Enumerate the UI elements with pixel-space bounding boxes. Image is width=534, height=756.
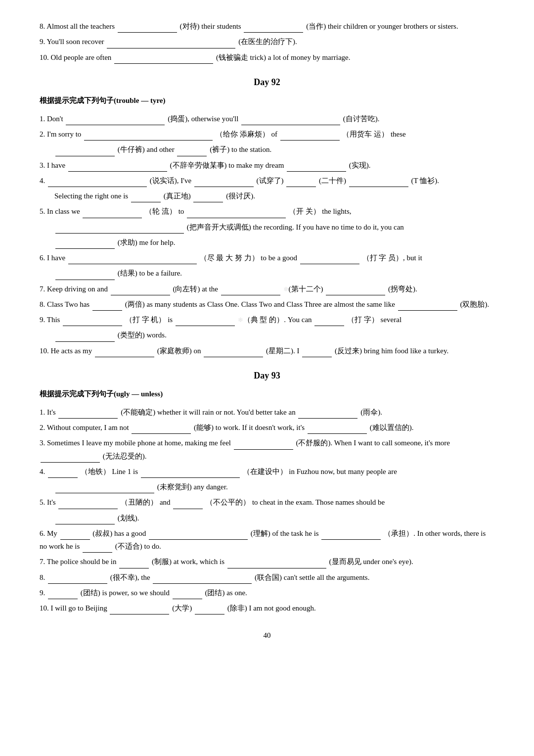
blank-92-8-2[interactable] (398, 302, 457, 311)
blank-92-7-3[interactable] (326, 286, 385, 295)
blank-92-10-2[interactable] (204, 348, 263, 357)
day92-ex9-indent: (类型的) words. (54, 329, 494, 341)
blank-92-5-3[interactable] (55, 225, 184, 234)
blank-93-4-3[interactable] (55, 484, 154, 493)
blank-93-5-3[interactable] (55, 516, 115, 524)
blank-92-9-2[interactable] (176, 317, 235, 326)
page-content: 8. Almost all the teachers (对待) their st… (40, 20, 494, 642)
day92-ex2-indent: (牛仔裤) and other (裤子) to the station. (54, 143, 494, 156)
day93-subtitle: 根据提示完成下列句子(ugly — unless) (40, 388, 494, 401)
blank-93-2-1[interactable] (132, 425, 191, 434)
intro-8-end: their children or younger brothers or si… (328, 22, 458, 30)
day92-ex1: 1. Don't (捣蛋), otherwise you'll (自讨苦吃). (40, 112, 494, 125)
day92-ex5-indent2: (求助) me for help. (54, 236, 494, 249)
blank-92-1-1[interactable] (66, 116, 165, 125)
blank-93-6-3[interactable] (321, 531, 381, 540)
blank-92-2-1[interactable] (84, 132, 213, 141)
day92-ex2: 2. I'm sorry to （给你 添麻烦） of （用货车 运） thes… (40, 128, 494, 141)
day93-ex5-indent: (划线). (54, 512, 494, 524)
blank-92-1-2[interactable] (241, 116, 340, 125)
blank-93-9-1[interactable] (48, 590, 78, 599)
day93-ex9: 9. (团结) is power, so we should (团结) as o… (40, 586, 494, 599)
blank-92-4-5[interactable] (131, 193, 161, 202)
blank-9-1[interactable] (107, 40, 235, 48)
blank-92-5-1[interactable] (83, 209, 142, 218)
blank-92-10-3[interactable] (302, 348, 332, 357)
blank-93-1-1[interactable] (58, 410, 118, 419)
blank-93-8-2[interactable] (153, 575, 252, 584)
blank-92-2-4[interactable] (177, 147, 207, 156)
blank-93-3-2[interactable] (41, 454, 100, 463)
day93-title: Day 93 (40, 368, 494, 383)
day93-ex7: 7. The police should be in (制服) at work,… (40, 555, 494, 568)
blank-92-5-2[interactable] (187, 209, 286, 218)
day92-ex7: 7. Keep driving on and (向左转) at the ❄(第十… (40, 283, 494, 295)
blank-93-6-1[interactable] (60, 531, 90, 540)
day93-ex2: 2. Without computer, I am not (能够) to wo… (40, 421, 494, 434)
blank-93-6-2[interactable] (149, 531, 248, 540)
intro-section: 8. Almost all the teachers (对待) their st… (40, 20, 494, 64)
blank-93-5-2[interactable] (173, 500, 203, 509)
blank-93-9-2[interactable] (173, 590, 202, 599)
day92-exercises: 1. Don't (捣蛋), otherwise you'll (自讨苦吃). … (40, 112, 494, 357)
blank-93-8-1[interactable] (48, 575, 107, 584)
blank-92-6-3[interactable] (55, 271, 115, 280)
day92-ex8: 8. Class Two has (两倍) as many students a… (40, 298, 494, 311)
blank-93-7-2[interactable] (227, 560, 326, 568)
blank-93-4-1[interactable] (48, 469, 78, 478)
blank-93-4-2[interactable] (141, 469, 240, 478)
day93-ex6: 6. My (叔叔) has a good (理解) of the task h… (40, 527, 494, 553)
day92-ex10: 10. He acts as my (家庭教师) on (星期二). I (反过… (40, 344, 494, 357)
blank-93-10-2[interactable] (195, 606, 224, 614)
day92-ex3: 3. I have (不辞辛劳做某事) to make my dream (实现… (40, 159, 494, 172)
blank-93-6-4[interactable] (83, 544, 112, 553)
blank-92-5-4[interactable] (55, 240, 115, 249)
blank-92-4-3[interactable] (286, 178, 316, 187)
blank-8-2[interactable] (244, 24, 303, 33)
blank-93-3-1[interactable] (234, 441, 293, 450)
intro-8-num: 8. Almost all the teachers (40, 22, 115, 30)
blank-10-1[interactable] (114, 55, 213, 64)
day93-ex4: 4. （地铁） Line 1 is （在建设中） in Fuzhou now, … (40, 465, 494, 478)
blank-92-4-6[interactable] (193, 193, 223, 202)
intro-8-hint1: (对待) (180, 22, 200, 30)
day93-ex4-indent: (未察觉到) any danger. (54, 480, 494, 493)
blank-92-7-1[interactable] (111, 286, 170, 295)
day93-ex1: 1. It's (不能确定) whether it will rain or n… (40, 406, 494, 419)
blank-92-9-1[interactable] (63, 317, 122, 326)
intro-line-10: 10. Old people are often (钱被骗走 trick) a … (40, 51, 494, 64)
day92-ex5: 5. In class we （轮 流） to （开 关） the lights… (40, 205, 494, 218)
blank-93-1-2[interactable] (298, 410, 357, 419)
blank-92-4-1[interactable] (48, 178, 147, 187)
page-number: 40 (40, 629, 494, 642)
blank-92-9-3[interactable] (314, 317, 344, 326)
blank-92-6-2[interactable] (300, 255, 359, 264)
blank-92-3-1[interactable] (68, 163, 167, 172)
intro-9-hint: (在医生的治疗下). (238, 38, 297, 46)
day92-ex6: 6. I have （尽 最 大 努 力） to be a good （打 字 … (40, 251, 494, 264)
blank-93-2-2[interactable] (308, 425, 367, 434)
blank-93-10-1[interactable] (110, 606, 169, 614)
blank-92-2-3[interactable] (55, 147, 115, 156)
day92-ex9: 9. This （打 字 机） is ❄（典 型 的）. You can （打 … (40, 313, 494, 326)
blank-92-3-2[interactable] (287, 163, 346, 172)
blank-92-4-4[interactable] (349, 178, 408, 187)
blank-92-2-2[interactable] (280, 132, 340, 141)
blank-92-8-1[interactable] (92, 302, 122, 311)
blank-92-6-1[interactable] (68, 255, 197, 264)
day93-ex3: 3. Sometimes I leave my mobile phone at … (40, 436, 494, 463)
blank-8-1[interactable] (118, 24, 177, 33)
blank-92-9-4[interactable] (55, 333, 115, 342)
blank-92-7-2[interactable] (221, 286, 280, 295)
blank-92-10-1[interactable] (95, 348, 154, 357)
day92-ex5-indent1: (把声音开大或调低) the recording. If you have no… (54, 221, 494, 234)
blank-93-5-1[interactable] (58, 500, 118, 509)
day92-subtitle: 根据提示完成下列句子(trouble — tyre) (40, 94, 494, 107)
intro-line-8: 8. Almost all the teachers (对待) their st… (40, 20, 494, 33)
day93-ex8: 8. (很不幸), the (联合国) can't settle all the… (40, 571, 494, 584)
day92-ex4: 4. (说实话), I've (试穿了) (二十件) (T 恤衫). (40, 174, 494, 187)
intro-9-text: 9. You'll soon recover (40, 38, 106, 46)
day93-ex10: 10. I will go to Beijing (大学) (除非) I am … (40, 602, 494, 614)
blank-93-7-1[interactable] (119, 560, 149, 568)
blank-92-4-2[interactable] (194, 178, 254, 187)
